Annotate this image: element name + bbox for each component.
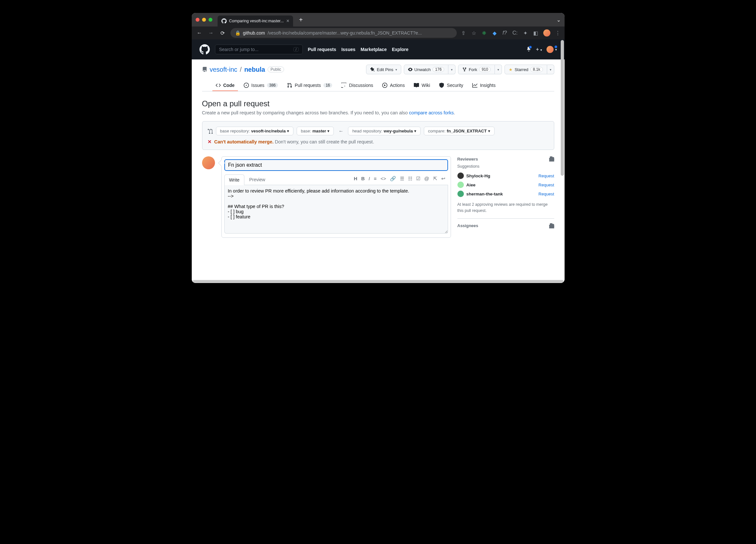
ol-icon[interactable]: ☷ [408, 176, 412, 181]
compare-forks-link[interactable]: compare across forks [409, 110, 454, 115]
new-tab-button[interactable]: + [296, 16, 306, 24]
tab-pulls[interactable]: Pull requests16 [284, 80, 335, 91]
tab-wiki[interactable]: Wiki [411, 80, 433, 91]
evernote-icon[interactable]: ❈ [481, 30, 487, 36]
star-icon: ★ [509, 67, 513, 72]
close-icon[interactable]: × [286, 18, 289, 24]
pulls-count: 16 [323, 83, 332, 87]
share-icon[interactable]: ⇧ [461, 30, 466, 36]
github-header: Search or jump to... / Pull requests Iss… [192, 39, 565, 59]
fork-button[interactable]: Fork 910 [458, 65, 495, 74]
url-domain: github.com [243, 30, 265, 36]
tab-issues[interactable]: Issues386 [240, 80, 281, 91]
suggestions-label: Suggestions [457, 164, 554, 169]
forward-button[interactable]: → [207, 30, 215, 36]
reference-icon[interactable]: ⇱ [433, 176, 437, 181]
issue-icon [244, 83, 249, 88]
user-avatar[interactable]: ▾ [547, 46, 557, 53]
window-minimize-button[interactable] [202, 18, 206, 22]
tabs-dropdown-icon[interactable]: ⌄ [557, 17, 561, 23]
tab-actions[interactable]: Actions [379, 80, 408, 91]
fork-count: 910 [479, 67, 491, 72]
menu-icon[interactable]: ⋮ [555, 30, 561, 36]
nav-explore[interactable]: Explore [392, 47, 408, 52]
reload-button[interactable]: ⟳ [219, 30, 227, 36]
profile-avatar[interactable] [543, 29, 550, 36]
reviewer-avatar[interactable] [457, 172, 464, 179]
tab-code[interactable]: Code [212, 80, 238, 91]
fork-dropdown[interactable]: ▾ [495, 65, 502, 74]
task-icon[interactable]: ☑ [416, 176, 420, 181]
star-dropdown[interactable]: ▾ [547, 65, 554, 74]
request-reviewer-link[interactable]: Request [538, 182, 554, 187]
fn-icon[interactable]: f? [502, 30, 508, 36]
review-requirement-note: At least 2 approving reviews are require… [457, 201, 554, 214]
graph-icon [472, 83, 477, 88]
bold-icon[interactable]: B [361, 176, 365, 181]
panel-icon[interactable]: ◧ [533, 30, 539, 36]
url-bar[interactable]: 🔒 github.com/vesoft-inc/nebula/compare/m… [230, 28, 457, 38]
unwatch-button[interactable]: Unwatch 176 [404, 65, 449, 74]
gear-icon[interactable] [549, 156, 554, 161]
author-avatar[interactable] [202, 156, 215, 169]
tab-insights[interactable]: Insights [469, 80, 499, 91]
gem-icon[interactable]: ◆ [492, 30, 497, 36]
edit-pins-button[interactable]: Edit Pins ▾ [366, 65, 401, 74]
gear-icon[interactable] [549, 223, 554, 228]
ul-icon[interactable]: ☰ [400, 176, 404, 181]
reply-icon[interactable]: ↩ [441, 176, 445, 181]
preview-tab[interactable]: Preview [244, 174, 270, 185]
reviewer-name[interactable]: Aiee [466, 182, 536, 187]
head-repo-select[interactable]: head repository: wey-gu/nebula ▾ [348, 127, 421, 135]
reviewer-avatar[interactable] [457, 190, 464, 197]
italic-icon[interactable]: I [369, 176, 370, 181]
compare-box: base repository: vesoft-inc/nebula ▾ bas… [202, 121, 554, 150]
notifications-icon[interactable] [526, 46, 531, 53]
body-textarea[interactable] [224, 185, 448, 233]
quote-icon[interactable]: ≡ [374, 176, 377, 181]
reviewer-name[interactable]: Shylock-Hg [466, 173, 536, 178]
browser-tab[interactable]: Comparing vesoft-inc:master... × [218, 15, 293, 26]
request-reviewer-link[interactable]: Request [538, 173, 554, 178]
repo-name-link[interactable]: nebula [244, 66, 265, 73]
pin-icon [370, 67, 375, 72]
reviewer-row: Shylock-Hg Request [457, 171, 554, 180]
back-button[interactable]: ← [196, 30, 203, 36]
github-logo-icon[interactable] [199, 44, 210, 55]
compare-branch-select[interactable]: compare: fn_JSON_EXTRACT ▾ [424, 127, 495, 135]
reviewer-name[interactable]: sherman-the-tank [466, 191, 536, 196]
mention-icon[interactable]: @ [424, 176, 429, 181]
tab-title: Comparing vesoft-inc:master... [229, 19, 284, 23]
nav-marketplace[interactable]: Marketplace [361, 47, 387, 52]
reviewer-row: sherman-the-tank Request [457, 189, 554, 198]
watch-dropdown[interactable]: ▾ [448, 65, 455, 74]
window-maximize-button[interactable] [209, 18, 212, 22]
search-input[interactable]: Search or jump to... / [215, 45, 303, 54]
code-icon[interactable]: <> [381, 176, 386, 181]
request-reviewer-link[interactable]: Request [538, 191, 554, 196]
reviewers-heading: Reviewers [457, 157, 478, 161]
nav-pulls[interactable]: Pull requests [308, 47, 336, 52]
cast-icon[interactable]: C: [512, 30, 518, 36]
extensions-icon[interactable]: ✦ [523, 30, 528, 36]
write-tab[interactable]: Write [224, 174, 244, 185]
nav-issues[interactable]: Issues [341, 47, 355, 52]
heading-icon[interactable]: H [354, 176, 357, 181]
title-input[interactable] [224, 159, 448, 171]
window-close-button[interactable] [196, 18, 199, 22]
repo-owner-link[interactable]: vesoft-inc [210, 66, 238, 73]
base-branch-select[interactable]: base: master ▾ [297, 127, 334, 135]
issues-count: 386 [267, 83, 278, 87]
tab-security[interactable]: Security [436, 80, 466, 91]
reviewer-avatar[interactable] [457, 181, 464, 188]
add-dropdown[interactable]: + ▾ [536, 46, 542, 52]
scrollbar[interactable] [561, 40, 564, 176]
page-title: Open a pull request [202, 99, 554, 108]
link-icon[interactable]: 🔗 [390, 176, 396, 181]
bookmark-icon[interactable]: ☆ [471, 30, 477, 36]
starred-button[interactable]: ★ Starred 8.1k [505, 65, 547, 74]
base-repo-select[interactable]: base repository: vesoft-inc/nebula ▾ [216, 127, 293, 135]
tab-discussions[interactable]: Discussions [338, 80, 376, 91]
git-compare-icon [208, 128, 213, 134]
horizontal-scrollbar[interactable] [192, 280, 565, 283]
